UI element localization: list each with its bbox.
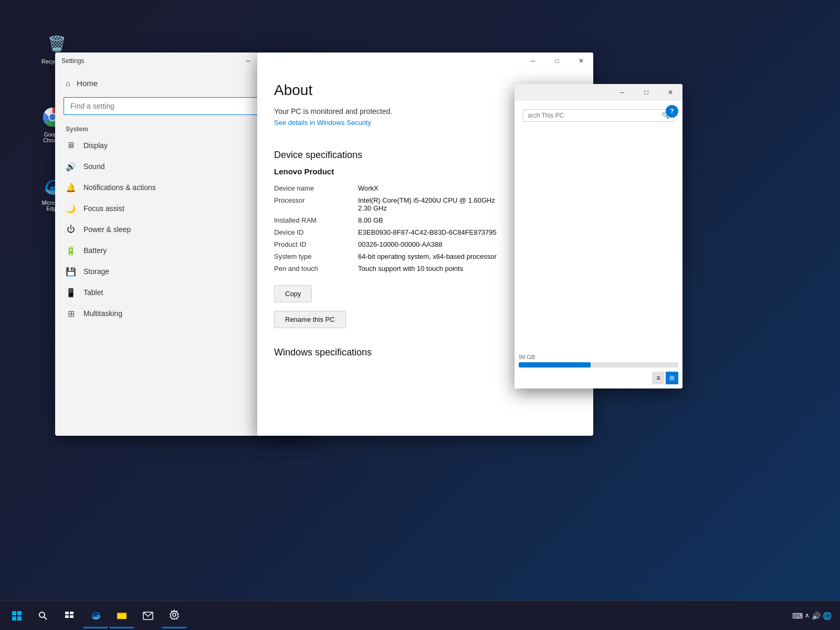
taskbar-right: ⌨ ∧ 🔊 🌐 [792, 612, 836, 620]
help-icon[interactable]: ? [666, 105, 678, 118]
storage-label: Storage [83, 267, 109, 276]
explorer-titlebar-controls: ─ □ ✕ [610, 84, 682, 101]
about-maximize-btn[interactable]: □ [545, 52, 569, 69]
start-button[interactable] [4, 603, 29, 628]
taskbar-mail-btn[interactable] [135, 603, 161, 628]
grid-view-btn[interactable]: ⊞ [666, 372, 678, 384]
home-label: Home [77, 79, 98, 88]
svg-line-8 [44, 617, 47, 620]
taskbar-settings-btn[interactable] [162, 603, 187, 628]
power-icon: ⏻ [66, 224, 76, 235]
tray-network-icon[interactable]: 🌐 [823, 612, 832, 620]
svg-rect-6 [17, 616, 22, 621]
tray-speakers-icon[interactable]: 🔊 [812, 612, 821, 620]
desktop: 🗑️ Recycle Bin GoogleChrome MicrosoftEdg… [0, 0, 840, 630]
settings-title: Settings [61, 57, 236, 65]
disk-fill [519, 362, 591, 368]
battery-icon: 🔋 [66, 245, 76, 256]
explorer-maximize-btn[interactable]: □ [634, 84, 658, 101]
svg-rect-4 [17, 611, 22, 615]
explorer-close-btn[interactable]: ✕ [658, 84, 682, 101]
tray-keyboard-icon[interactable]: ⌨ [792, 612, 803, 620]
multitasking-icon: ⊞ [66, 308, 76, 319]
disk-usage-bar [519, 362, 678, 368]
disk-info: 99 GB [519, 354, 678, 368]
storage-icon: 💾 [66, 266, 76, 277]
svg-point-16 [173, 613, 176, 616]
copy-button[interactable]: Copy [274, 285, 312, 302]
task-view-btn[interactable] [57, 603, 82, 628]
taskbar-explorer-btn[interactable] [109, 603, 134, 628]
svg-rect-9 [65, 612, 69, 614]
focus-icon: 🌙 [66, 203, 76, 214]
list-view-btn[interactable]: ≡ [652, 372, 665, 384]
see-details-link[interactable]: See details in Windows Security [274, 119, 371, 127]
sound-label: Sound [83, 162, 104, 171]
display-label: Display [83, 141, 108, 150]
sound-icon: 🔊 [66, 161, 76, 172]
power-label: Power & sleep [83, 225, 131, 234]
tablet-label: Tablet [83, 288, 103, 297]
svg-point-7 [39, 612, 45, 617]
about-close-btn[interactable]: ✕ [569, 52, 593, 69]
explorer-content: 🔍 ? 99 GB ≡ ⊞ [514, 101, 682, 388]
explorer-titlebar: ─ □ ✕ [514, 84, 682, 101]
multitasking-label: Multitasking [83, 309, 122, 318]
svg-rect-3 [12, 611, 16, 615]
battery-label: Battery [83, 246, 107, 255]
notifications-icon: 🔔 [66, 182, 76, 193]
disk-label: 99 GB [519, 354, 678, 360]
focus-label: Focus assist [83, 204, 124, 213]
view-controls: ≡ ⊞ [652, 372, 678, 384]
svg-rect-5 [12, 616, 16, 621]
svg-rect-14 [117, 613, 127, 614]
svg-rect-11 [65, 615, 69, 618]
taskbar-search-btn[interactable] [30, 603, 56, 628]
tray-chevron-icon[interactable]: ∧ [805, 612, 810, 620]
taskbar-edge-btn[interactable] [83, 603, 108, 628]
svg-rect-12 [70, 615, 74, 618]
spec-label-processor: Processor [274, 194, 358, 214]
system-tray: ⌨ ∧ 🔊 🌐 [792, 612, 832, 620]
rename-pc-button[interactable]: Rename this PC [274, 311, 346, 328]
about-titlebar: ─ □ ✕ [257, 52, 593, 69]
tablet-icon: 📱 [66, 287, 76, 298]
home-icon: ⌂ [66, 79, 70, 88]
spec-label-device-id: Device ID [274, 226, 358, 238]
svg-rect-10 [70, 612, 74, 614]
explorer-search-box: 🔍 [523, 109, 674, 122]
explorer-minimize-btn[interactable]: ─ [610, 84, 634, 101]
explorer-search-input[interactable] [528, 112, 662, 119]
taskbar: ⌨ ∧ 🔊 🌐 [0, 601, 840, 630]
spec-label-product-id: Product ID [274, 238, 358, 250]
spec-label-device-name: Device name [274, 182, 358, 194]
spec-label-ram: Installed RAM [274, 214, 358, 226]
explorer-window: ─ □ ✕ 🔍 ? 99 GB ≡ ⊞ [514, 84, 682, 388]
about-titlebar-controls: ─ □ ✕ [521, 52, 593, 69]
about-minimize-btn[interactable]: ─ [521, 52, 545, 69]
display-icon: 🖥 [66, 140, 76, 151]
spec-label-system-type: System type [274, 250, 358, 262]
spec-label-pen-touch: Pen and touch [274, 262, 358, 275]
notifications-label: Notifications & actions [83, 183, 156, 192]
